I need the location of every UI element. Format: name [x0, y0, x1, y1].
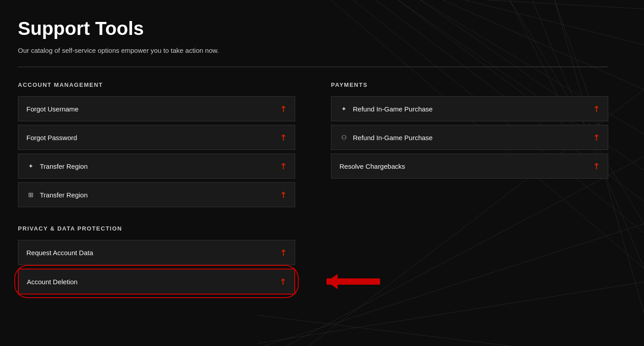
refund-ingame-1-label-wrap: ✦ Refund In-Game Purchase — [339, 104, 432, 113]
resolve-chargebacks-label: Resolve Chargebacks — [339, 162, 405, 170]
page-title: Support Tools — [18, 18, 608, 39]
section-divider — [18, 67, 608, 67]
shield-icon: ⊞ — [26, 190, 35, 199]
resolve-chargebacks-arrow-icon: ↗ — [590, 160, 602, 172]
transfer-region-1-label: Transfer Region — [40, 162, 88, 170]
forgot-username-label-wrap: Forgot Username — [26, 105, 79, 113]
transfer-region-1-item[interactable]: ✦ Transfer Region ↗ — [18, 154, 295, 179]
payments-title: PAYMENTS — [331, 81, 608, 88]
transfer-region-2-label-wrap: ⊞ Transfer Region — [26, 190, 88, 199]
refund-ingame-1-item[interactable]: ✦ Refund In-Game Purchase ↗ — [331, 96, 608, 121]
payments-section: PAYMENTS ✦ Refund In-Game Purchase ↗ ⚇ R… — [331, 81, 608, 207]
svg-line-12 — [258, 313, 510, 346]
resolve-chargebacks-item[interactable]: Resolve Chargebacks ↗ — [331, 154, 608, 179]
transfer-region-1-arrow-icon: ↗ — [277, 160, 289, 172]
refund-ingame-1-label: Refund In-Game Purchase — [353, 105, 432, 113]
refund-ingame-2-arrow-icon: ↗ — [590, 132, 602, 143]
request-account-data-arrow-icon: ↗ — [277, 247, 289, 258]
red-arrow-svg — [304, 270, 394, 293]
page-subtitle: Our catalog of self-service options empo… — [18, 47, 608, 54]
forgot-username-item[interactable]: Forgot Username ↗ — [18, 96, 295, 121]
annotation-arrow — [304, 270, 394, 293]
forgot-password-item[interactable]: Forgot Password ↗ — [18, 125, 295, 150]
privacy-section: PRIVACY & DATA PROTECTION Request Accoun… — [18, 225, 295, 295]
account-management-title: ACCOUNT MANAGEMENT — [18, 81, 295, 88]
account-deletion-label-wrap: Account Deletion — [27, 278, 77, 286]
transfer-region-2-arrow-icon: ↗ — [277, 189, 289, 201]
valorant-icon-1: ✦ — [26, 162, 35, 171]
payments-list: ✦ Refund In-Game Purchase ↗ ⚇ Refund In-… — [331, 96, 608, 179]
forgot-password-arrow-icon: ↗ — [277, 132, 289, 143]
account-deletion-item[interactable]: Account Deletion ↗ — [18, 269, 295, 295]
request-account-data-label: Request Account Data — [26, 249, 93, 256]
resolve-chargebacks-label-wrap: Resolve Chargebacks — [339, 162, 405, 170]
refund-ingame-1-arrow-icon: ↗ — [590, 103, 602, 115]
request-account-data-label-wrap: Request Account Data — [26, 249, 93, 256]
refund-ingame-2-label-wrap: ⚇ Refund In-Game Purchase — [339, 133, 432, 142]
svg-marker-17 — [326, 274, 338, 289]
valorant-icon-2: ✦ — [339, 104, 348, 113]
privacy-title: PRIVACY & DATA PROTECTION — [18, 225, 295, 232]
account-management-section: ACCOUNT MANAGEMENT Forgot Username ↗ For… — [18, 81, 295, 207]
transfer-region-1-label-wrap: ✦ Transfer Region — [26, 162, 88, 171]
account-deletion-arrow-icon: ↗ — [277, 276, 288, 287]
forgot-username-arrow-icon: ↗ — [277, 103, 289, 115]
forgot-password-label: Forgot Password — [26, 134, 77, 141]
forgot-password-label-wrap: Forgot Password — [26, 134, 77, 141]
person-icon: ⚇ — [339, 133, 348, 142]
refund-ingame-2-label: Refund In-Game Purchase — [353, 134, 432, 141]
transfer-region-2-label: Transfer Region — [40, 191, 88, 199]
refund-ingame-2-item[interactable]: ⚇ Refund In-Game Purchase ↗ — [331, 125, 608, 150]
privacy-list: Request Account Data ↗ Account Deletion … — [18, 240, 295, 295]
request-account-data-item[interactable]: Request Account Data ↗ — [18, 240, 295, 265]
account-deletion-label: Account Deletion — [27, 278, 77, 286]
account-management-list: Forgot Username ↗ Forgot Password ↗ ✦ Tr… — [18, 96, 295, 207]
forgot-username-label: Forgot Username — [26, 105, 79, 113]
transfer-region-2-item[interactable]: ⊞ Transfer Region ↗ — [18, 182, 295, 207]
